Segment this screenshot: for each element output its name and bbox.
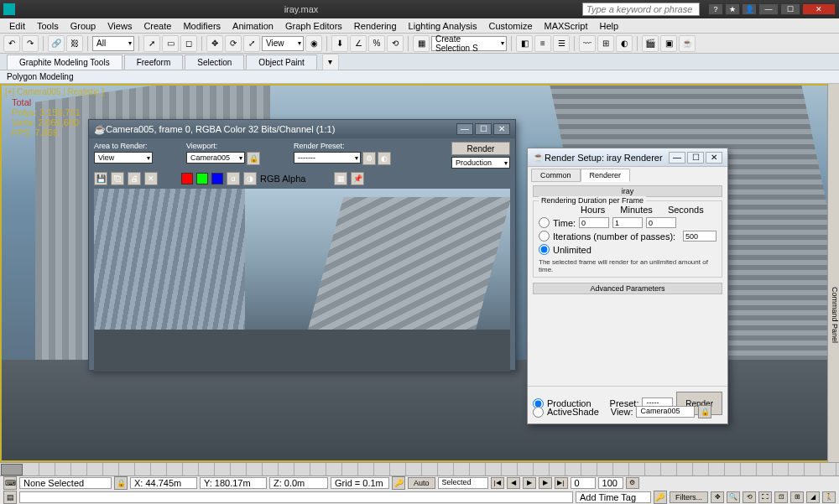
named-sel-icon[interactable]: ▦ — [413, 35, 430, 52]
percent-snap-icon[interactable]: % — [368, 35, 385, 52]
select-icon[interactable]: ➚ — [143, 35, 160, 52]
viewport-label[interactable]: [+] Camera005 | Realistic ] — [5, 87, 104, 96]
maxscript-icon[interactable]: ⌨ — [3, 476, 17, 490]
area-dropdown[interactable]: View — [94, 152, 153, 164]
rollout-advanced[interactable]: Advanced Parameters — [533, 283, 722, 294]
zoom-extents-icon[interactable]: ⊡ — [774, 491, 788, 503]
radio-unlimited[interactable] — [539, 244, 550, 255]
rollout-iray[interactable]: iray — [533, 185, 722, 197]
snap-icon[interactable]: ⬇ — [331, 35, 348, 52]
key-mode-icon[interactable]: 🔑 — [392, 476, 405, 490]
auto-key-button[interactable]: Auto — [408, 477, 435, 489]
add-time-tag[interactable]: Add Time Tag — [576, 491, 651, 503]
render-setup-icon[interactable]: 🎬 — [642, 35, 659, 52]
clone-icon[interactable]: ⿻ — [111, 172, 124, 185]
iterations-input[interactable] — [683, 231, 717, 242]
menu-customize[interactable]: Customize — [483, 21, 539, 31]
render-frame-icon[interactable]: ▣ — [660, 35, 677, 52]
schematic-icon[interactable]: ⊞ — [597, 35, 614, 52]
next-frame-icon[interactable]: ▶ — [539, 477, 552, 489]
named-sel-dropdown[interactable]: Create Selection S — [431, 36, 507, 51]
radio-time[interactable] — [539, 217, 550, 228]
rfw-close-button[interactable]: ✕ — [493, 123, 510, 135]
refcoord-dropdown[interactable]: View — [262, 36, 304, 51]
set-key-icon[interactable]: 🔑 — [654, 491, 667, 504]
menu-animation[interactable]: Animation — [227, 21, 279, 31]
menu-rendering[interactable]: Rendering — [348, 21, 403, 31]
keymode-dropdown[interactable]: Selected — [438, 477, 488, 489]
tab-common[interactable]: Common — [531, 169, 581, 182]
mirror-icon[interactable]: ◧ — [516, 35, 533, 52]
minimize-button[interactable]: — — [758, 3, 779, 15]
radio-iterations[interactable] — [539, 231, 550, 242]
rs-close-button[interactable]: ✕ — [706, 152, 722, 164]
time-config-icon[interactable]: ⚙ — [626, 477, 639, 489]
green-channel-icon[interactable] — [196, 173, 208, 184]
timeline-ticks[interactable] — [23, 463, 839, 475]
signin-icon[interactable]: 👤 — [742, 3, 757, 15]
tab-renderer[interactable]: Renderer — [581, 169, 631, 182]
blue-channel-icon[interactable] — [211, 173, 223, 184]
timeline-slider[interactable] — [1, 464, 23, 475]
unlink-icon[interactable]: ⛓ — [66, 35, 83, 52]
lock-icon[interactable]: 🔒 — [247, 152, 260, 165]
goto-start-icon[interactable]: |◀ — [491, 477, 504, 489]
tab-selection[interactable]: Selection — [185, 55, 244, 70]
rotate-icon[interactable]: ⟳ — [225, 35, 242, 52]
frame-input[interactable]: 0 — [571, 477, 596, 489]
material-editor-icon[interactable]: ◐ — [616, 35, 633, 52]
goto-end-icon[interactable]: ▶| — [555, 477, 568, 489]
scale-icon[interactable]: ⤢ — [243, 35, 260, 52]
footer-view-dropdown[interactable]: Camera005 — [636, 406, 695, 418]
walk-icon[interactable]: 🚶 — [822, 491, 836, 503]
time-hours-input[interactable] — [579, 217, 609, 228]
align-icon[interactable]: ≡ — [534, 35, 551, 52]
angle-snap-icon[interactable]: ∠ — [350, 35, 367, 52]
toggle-ui-icon[interactable]: ▦ — [334, 172, 347, 185]
select-region-icon[interactable]: ◻ — [180, 35, 197, 52]
listener-icon[interactable]: ▤ — [3, 491, 17, 504]
ribbon-expand-icon[interactable]: ▾ — [322, 54, 339, 70]
filter-dropdown[interactable]: All — [92, 36, 134, 51]
menu-maxscript[interactable]: MAXScript — [539, 21, 594, 31]
preset-dropdown[interactable]: ------- — [294, 152, 361, 164]
tab-objectpaint[interactable]: Object Paint — [246, 55, 316, 70]
render-preview[interactable] — [94, 189, 510, 372]
layer-icon[interactable]: ☰ — [553, 35, 570, 52]
render-setup-shortcut-icon[interactable]: ⚙ — [362, 152, 376, 165]
rfw-maximize-button[interactable]: ☐ — [475, 123, 492, 135]
play-icon[interactable]: ▶ — [523, 477, 536, 489]
menu-lighting[interactable]: Lighting Analysis — [403, 21, 483, 31]
move-icon[interactable]: ✥ — [206, 35, 223, 52]
undo-icon[interactable]: ↶ — [3, 35, 20, 52]
save-image-icon[interactable]: 💾 — [94, 172, 107, 185]
prompt-line[interactable] — [19, 491, 573, 503]
print-icon[interactable]: 🖨 — [128, 172, 141, 185]
rs-minimize-button[interactable]: — — [669, 152, 685, 164]
menu-views[interactable]: Views — [102, 21, 138, 31]
coord-z[interactable]: Z: 0.0m — [269, 477, 328, 489]
center-icon[interactable]: ◉ — [305, 35, 322, 52]
production-dropdown[interactable]: Production — [451, 157, 510, 169]
select-name-icon[interactable]: ▭ — [162, 35, 179, 52]
prev-frame-icon[interactable]: ◀ — [507, 477, 520, 489]
render-setup-titlebar[interactable]: ☕ Render Setup: iray Renderer — ☐ ✕ — [528, 148, 727, 167]
lock-selection-icon[interactable]: 🔒 — [114, 476, 128, 490]
pan-icon[interactable]: ✥ — [711, 491, 724, 503]
zoom-all-icon[interactable]: ⊞ — [790, 491, 804, 503]
redo-icon[interactable]: ↷ — [22, 35, 39, 52]
menu-help[interactable]: Help — [594, 21, 625, 31]
zoom-icon[interactable]: 🔍 — [727, 491, 740, 503]
red-channel-icon[interactable] — [181, 173, 193, 184]
pin-icon[interactable]: 📌 — [351, 172, 364, 185]
clear-icon[interactable]: ✕ — [144, 172, 158, 185]
radio-activeshade[interactable] — [533, 407, 544, 418]
menu-modifiers[interactable]: Modifiers — [177, 21, 227, 31]
orbit-icon[interactable]: ⟲ — [743, 491, 756, 503]
spinner-snap-icon[interactable]: ⟲ — [387, 35, 404, 52]
footer-lock-icon[interactable]: 🔒 — [698, 405, 711, 418]
render-frame-titlebar[interactable]: ☕ Camera005, frame 0, RGBA Color 32 Bits… — [89, 120, 515, 138]
time-seconds-input[interactable] — [646, 217, 676, 228]
rfw-minimize-button[interactable]: — — [456, 123, 473, 135]
link-icon[interactable]: 🔗 — [48, 35, 65, 52]
